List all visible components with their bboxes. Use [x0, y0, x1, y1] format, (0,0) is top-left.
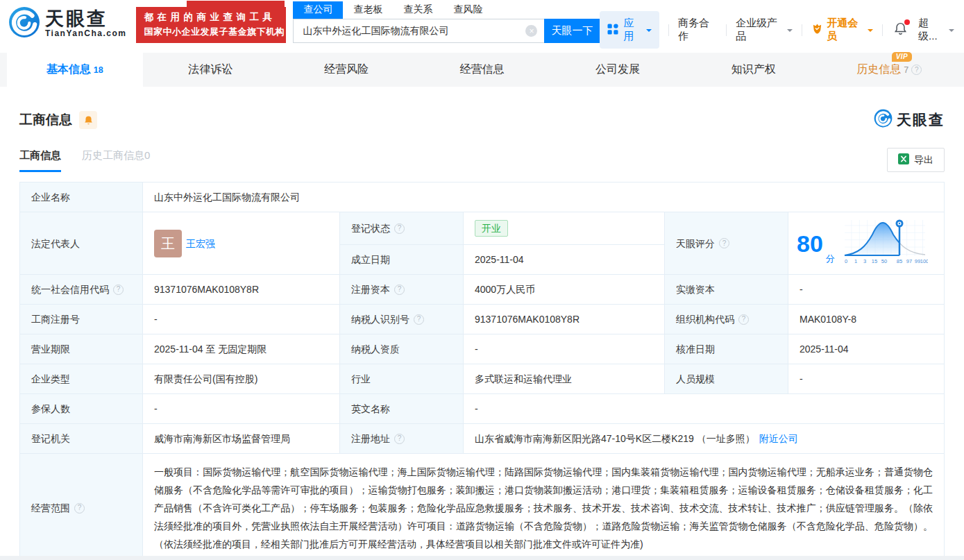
company-type-value: 有限责任公司(国有控股) [143, 364, 340, 394]
chevron-down-icon [868, 29, 873, 35]
chevron-down-icon [787, 29, 793, 35]
field-label-paid-capital: 实缴资本 [665, 275, 788, 305]
logo-title: 天眼查 [45, 9, 126, 28]
reg-status-value: 开业 [464, 212, 665, 245]
apps-menu[interactable]: 应用 [600, 11, 659, 49]
excel-icon [898, 153, 909, 167]
field-label-business-term: 营业期限 [20, 334, 143, 364]
subtab-history-business-info[interactable]: 历史工商信息0 [82, 149, 150, 172]
business-term-value: 2025-11-04 至 无固定期限 [143, 334, 340, 364]
tianyan-score-value: 80 分 [788, 212, 945, 275]
status-badge: 开业 [475, 220, 508, 237]
svg-text:50: 50 [881, 258, 887, 264]
score-distribution-chart: 0 1 3 15 50 85 97 99 100 [843, 218, 928, 269]
tab-company-development[interactable]: 公司发展 [550, 53, 686, 87]
export-button[interactable]: 导出 [887, 148, 945, 172]
svg-text:85: 85 [897, 258, 902, 264]
svg-text:100: 100 [920, 258, 928, 264]
promo-banner: 都在用的商业查询工具 国家中小企业发展子基金旗下机构 [136, 7, 286, 43]
field-label-insured: 参保人数 [20, 394, 143, 424]
search-tab-risk[interactable]: 查风险 [443, 1, 493, 19]
chevron-down-icon [646, 29, 652, 35]
tianyancha-logo[interactable]: 天眼查 TianYanCha.com [8, 6, 126, 41]
field-label-reg-status: 登记状态 [340, 212, 464, 245]
search-tab-relation[interactable]: 查关系 [393, 1, 443, 19]
registry-value: 威海市南海新区市场监督管理局 [143, 424, 340, 454]
nearby-companies-link[interactable]: 附近公司 [759, 432, 798, 446]
field-label-company-name: 企业名称 [20, 183, 143, 212]
nav-business-cooperation[interactable]: 商务合作 [678, 17, 717, 43]
field-label-taxpayer-quality: 纳税人资质 [340, 334, 464, 364]
tab-history-info[interactable]: 历史信息 VIP 7 [821, 53, 957, 87]
field-label-credit-code: 统一社会信用代码 [20, 275, 143, 305]
nav-enterprise-products[interactable]: 企业级产品 [736, 17, 793, 43]
top-header: 天眼查 TianYanCha.com 都在用的商业查询工具 国家中小企业发展子基… [0, 0, 964, 43]
help-icon[interactable] [719, 238, 729, 248]
search-tab-boss[interactable]: 查老板 [343, 1, 393, 19]
legal-rep-avatar[interactable]: 王 [154, 230, 182, 257]
field-label-company-type: 企业类型 [20, 364, 143, 394]
approval-date-value: 2025-11-04 [788, 334, 945, 364]
credit-code-value: 91371076MAK0108Y8R [143, 275, 340, 305]
field-label-taxpayer-id: 纳税人识别号 [340, 305, 464, 334]
next-section-edge [0, 556, 964, 560]
divider [802, 24, 802, 36]
business-scope-value: 一般项目：国际货物运输代理；航空国际货物运输代理；海上国际货物运输代理；陆路国际… [143, 454, 945, 560]
company-name-value: 山东中外运化工国际物流有限公司 [143, 183, 945, 212]
search-area: 查公司 查老板 查关系 查风险 天眼一下 [293, 1, 600, 43]
field-label-reg-number: 工商注册号 [20, 305, 143, 334]
tab-legal-proceedings[interactable]: 法律诉讼 [143, 53, 279, 87]
legal-rep-value: 王 王宏强 [143, 212, 340, 275]
reg-capital-value: 4000万人民币 [464, 275, 665, 305]
search-tab-company[interactable]: 查公司 [293, 1, 343, 19]
user-menu[interactable]: 超级... [918, 17, 954, 43]
industry-value: 多式联运和运输代理业 [464, 364, 665, 394]
search-type-tabs: 查公司 查老板 查关系 查风险 [293, 1, 600, 19]
tab-operating-risk[interactable]: 经营风险 [278, 53, 414, 87]
vip-badge: VIP [892, 52, 913, 62]
address-value: 山东省威海市南海新区阳光路47-10号K区二楼K219 （一址多照） 附近公司 [464, 424, 945, 454]
chevron-down-icon [949, 29, 954, 35]
field-label-industry: 行业 [340, 364, 464, 394]
field-label-english-name: 英文名称 [340, 394, 464, 424]
section-title: 工商信息 [19, 111, 72, 129]
tab-intellectual-property[interactable]: 知识产权 [686, 53, 822, 87]
field-label-registry: 登记机关 [20, 424, 143, 454]
grid-icon [607, 24, 618, 37]
notifications-bell-icon[interactable] [893, 22, 908, 39]
open-vip-link[interactable]: 开通会员 [811, 17, 873, 43]
help-icon[interactable] [113, 285, 124, 295]
help-icon[interactable] [414, 314, 424, 325]
search-button[interactable]: 天眼一下 [544, 19, 600, 43]
tab-operating-info[interactable]: 经营信息 [414, 53, 550, 87]
crown-icon [811, 23, 823, 37]
help-icon[interactable] [911, 65, 922, 75]
company-search-input[interactable] [293, 19, 544, 43]
field-label-staff-size: 人员规模 [665, 364, 788, 394]
reg-number-value: - [143, 305, 340, 334]
tab-basic-info[interactable]: 基本信息18 [7, 53, 143, 87]
top-nav: 应用 商务合作 企业级产品 开通会员 [600, 11, 954, 49]
help-icon[interactable] [394, 285, 405, 295]
divider [882, 24, 883, 36]
svg-text:1: 1 [854, 258, 857, 264]
brand-watermark: 天眼查 [874, 109, 945, 131]
field-label-business-scope: 经营范围 [20, 454, 143, 560]
field-label-approval-date: 核准日期 [665, 334, 788, 364]
divider [726, 24, 727, 36]
notification-dot [904, 19, 910, 25]
taxpayer-id-value: 91371076MAK0108Y8R [464, 305, 665, 334]
legal-rep-link[interactable]: 王宏强 [186, 237, 215, 251]
subscribe-bell-icon[interactable] [79, 111, 97, 129]
divider [668, 24, 669, 36]
english-name-value: - [464, 394, 945, 424]
svg-text:97: 97 [906, 258, 912, 264]
help-icon[interactable] [394, 434, 405, 444]
paid-capital-value: - [788, 275, 945, 305]
subtab-business-info[interactable]: 工商信息 [19, 149, 61, 172]
help-icon[interactable] [394, 223, 405, 234]
insured-value: - [143, 394, 340, 424]
help-icon[interactable] [74, 503, 85, 514]
help-icon[interactable] [738, 314, 749, 325]
svg-text:15: 15 [872, 258, 877, 264]
